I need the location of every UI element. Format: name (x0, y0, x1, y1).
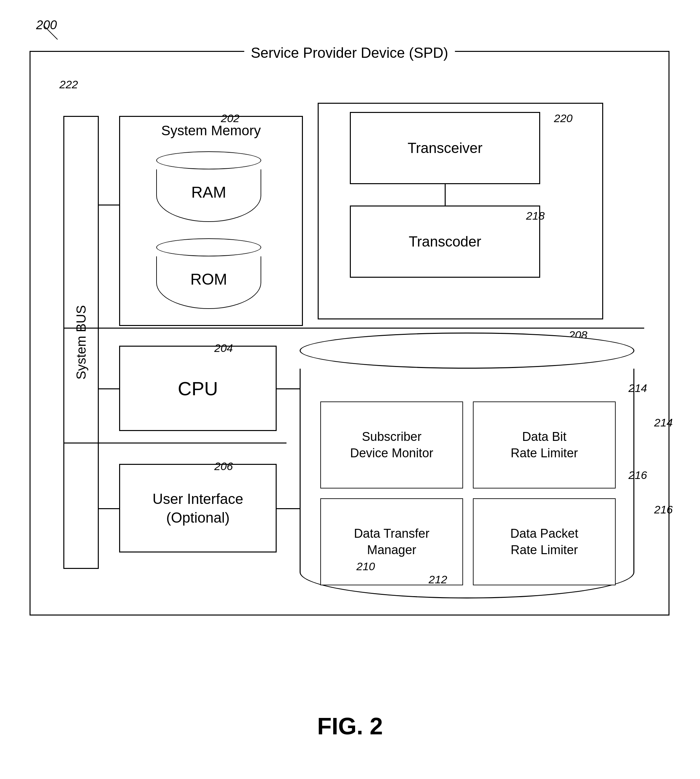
system-memory-title: System Memory (161, 123, 260, 138)
ram-cylinder-body: RAM (156, 169, 261, 222)
cpu-storage-connector (276, 389, 302, 389)
ref-210: 210 (357, 560, 375, 573)
fig-label: FIG. 2 (317, 713, 383, 740)
ref-222: 222 (59, 78, 78, 91)
ram-label: RAM (191, 183, 227, 201)
rom-cylinder-top (156, 239, 261, 256)
v-connector-trans (445, 184, 446, 205)
bus-memory-connector (99, 205, 120, 205)
transcoder-label: Transcoder (409, 234, 482, 250)
transceiver-transcoder-box: Transceiver Transcoder (318, 103, 603, 319)
system-memory-box: System Memory RAM ROM (119, 116, 303, 326)
data-bit-rate-limiter-label: Data BitRate Limiter (511, 429, 578, 461)
rom-label: ROM (190, 270, 227, 288)
subscriber-device-monitor-box: SubscriberDevice Monitor (320, 402, 463, 489)
data-packet-rate-limiter-box: Data PacketRate Limiter (473, 498, 616, 586)
rom-cylinder-body: ROM (156, 256, 261, 309)
ref-216: 216 (654, 503, 673, 516)
spd-box: Service Provider Device (SPD) System BUS… (30, 51, 670, 616)
storage-cylinder: SubscriberDevice Monitor Data BitRate Li… (300, 332, 634, 599)
ui-box: User Interface(Optional) (119, 464, 277, 552)
transceiver-label: Transceiver (408, 140, 482, 156)
ram-cylinder-top (156, 151, 261, 169)
ref-218: 218 (526, 209, 545, 222)
ref-206: 206 (214, 460, 233, 473)
ref-202: 202 (221, 112, 240, 125)
ref-212: 212 (428, 573, 447, 586)
storage-top-ellipse (300, 332, 634, 369)
cpu-label: CPU (178, 377, 218, 400)
subscriber-device-monitor-label: SubscriberDevice Monitor (350, 429, 433, 461)
ref-200-label: 200 (36, 18, 57, 33)
ref-220: 220 (554, 112, 573, 125)
bus-ui-connector (99, 508, 120, 509)
page: 200 Service Provider Device (SPD) System… (0, 0, 700, 779)
ref-204: 204 (214, 342, 233, 355)
transceiver-box: Transceiver (350, 112, 540, 184)
ref-216-label: 216 (628, 469, 647, 482)
ref-214: 214 (654, 416, 673, 429)
transcoder-box: Transcoder (350, 205, 540, 278)
rom-cylinder: ROM (156, 239, 261, 309)
bus-cpu-connector (99, 389, 120, 389)
data-bit-rate-limiter-box: Data BitRate Limiter (473, 402, 616, 489)
data-transfer-manager-box: Data TransferManager (320, 498, 463, 586)
data-transfer-manager-label: Data TransferManager (354, 525, 429, 558)
system-bus: System BUS (63, 116, 99, 569)
storage-body: SubscriberDevice Monitor Data BitRate Li… (300, 369, 634, 599)
ui-label: User Interface(Optional) (153, 489, 243, 527)
ui-storage-connector (276, 508, 302, 509)
separator-line-2 (63, 442, 287, 444)
system-bus-label: System BUS (74, 305, 88, 380)
ref-214-label: 214 (628, 382, 647, 395)
cpu-box: CPU (119, 346, 277, 431)
data-packet-rate-limiter-label: Data PacketRate Limiter (510, 525, 578, 558)
ram-cylinder: RAM (156, 151, 261, 222)
separator-line-1 (63, 328, 644, 329)
inner-boxes-grid: SubscriberDevice Monitor Data BitRate Li… (320, 402, 616, 586)
spd-title: Service Provider Device (SPD) (244, 45, 455, 61)
